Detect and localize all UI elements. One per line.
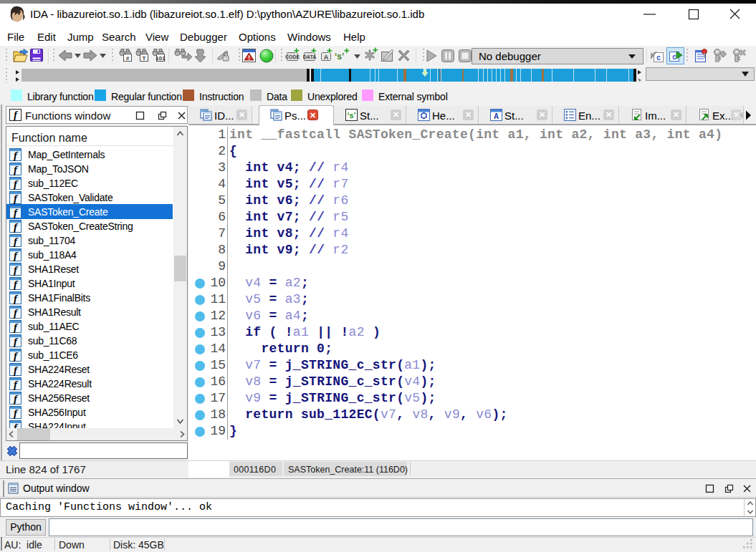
svg-text:‘s’: ‘s’	[335, 52, 344, 62]
svg-text:DATA: DATA	[303, 54, 316, 59]
svg-text:A: A	[494, 112, 499, 120]
svg-text:‘s’: ‘s’	[347, 111, 355, 120]
svg-text:A: A	[324, 54, 329, 61]
svg-text:#: #	[126, 55, 130, 62]
svg-text:c: c	[656, 54, 661, 62]
svg-text:T: T	[143, 55, 146, 62]
svg-text:CODE: CODE	[285, 54, 300, 59]
svg-text:c: c	[672, 53, 676, 61]
svg-text:101: 101	[155, 55, 166, 62]
